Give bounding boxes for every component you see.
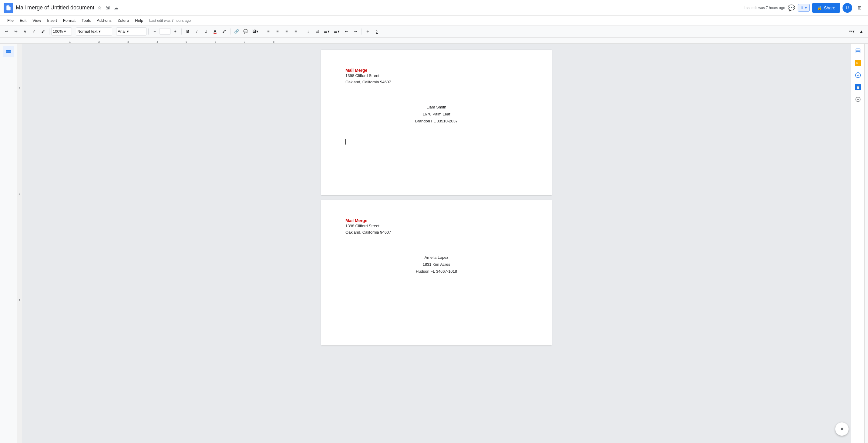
right-sidebar: K 📋 [851, 44, 864, 443]
page-number-2: 2 [19, 192, 20, 195]
svg-text:📋: 📋 [856, 86, 860, 90]
rs-settings-button[interactable] [853, 46, 863, 56]
separator1 [49, 29, 50, 35]
menu-addons[interactable]: Add-ons [94, 17, 114, 24]
bullet-list-button[interactable]: ☰▾ [322, 27, 332, 36]
history-button[interactable]: ⬆ ▾ [798, 4, 810, 11]
text-color-button[interactable]: A [211, 27, 219, 36]
checklist-button[interactable]: ☑ [313, 27, 321, 36]
rs-add-button[interactable] [853, 95, 863, 104]
sender-addr1-1: 1398 Clifford Street [345, 73, 527, 79]
align-center-button[interactable]: ≡ [273, 27, 282, 36]
scrollbar-area[interactable] [864, 44, 868, 443]
recipient-addr2-1: Brandon FL 33510-2037 [345, 117, 527, 125]
print-button[interactable]: 🖨 [21, 27, 29, 36]
zoom-select[interactable]: 100% ▾ [51, 27, 72, 36]
last-edit-text: Last edit was 7 hours ago [149, 19, 191, 23]
font-select[interactable]: Arial ▾ [116, 27, 147, 36]
menu-format[interactable]: Format [61, 17, 78, 24]
redo-button[interactable]: ↪ [11, 27, 20, 36]
decrease-font-size-button[interactable]: − [150, 27, 159, 36]
align-left-button[interactable]: ≡ [264, 27, 273, 36]
bold-button[interactable]: B [184, 27, 192, 36]
recipient-block-2: Amelia Lopez 1831 Kim Acres Hudson FL 34… [345, 254, 527, 275]
main-layout: 1 2 3 Mail Merge 1398 Clifford Street Oa… [0, 44, 868, 443]
chevron-down-icon: ▾ [64, 29, 66, 34]
topbar: Mail merge of Untitled document ☆ 🖫 ☁ La… [0, 0, 868, 16]
menu-file[interactable]: File [5, 17, 16, 24]
menu-view[interactable]: View [30, 17, 43, 24]
indent-increase-button[interactable]: ⇥ [351, 27, 360, 36]
star-icon[interactable]: ☆ [97, 4, 102, 11]
comment-button[interactable]: 💬 [787, 4, 795, 11]
ordered-list-button[interactable]: ☰▾ [332, 27, 341, 36]
recipient-addr2-2: Hudson FL 34667-1018 [345, 268, 527, 275]
apps-icon[interactable]: ⊞ [855, 3, 864, 13]
share-button[interactable]: 🔒 Share [812, 3, 840, 13]
spell-check-button[interactable]: ✓ [30, 27, 38, 36]
paragraph-style-select[interactable]: Normal text ▾ [76, 27, 112, 36]
link-button[interactable]: 🔗 [232, 27, 241, 36]
menu-tools[interactable]: Tools [79, 17, 93, 24]
recipient-block-1: Liam Smith 1678 Palm Leaf Brandon FL 335… [345, 104, 527, 125]
increase-font-size-button[interactable]: + [171, 27, 180, 36]
outline-button[interactable] [3, 46, 14, 57]
svg-point-5 [855, 73, 860, 78]
equation-button[interactable]: ∑ [373, 27, 381, 36]
toolbar: ↩ ↪ 🖨 ✓ 🖌 100% ▾ Normal text ▾ Arial ▾ −… [0, 26, 868, 38]
chevron-down-icon: ▾ [805, 5, 807, 10]
rs-keep-button[interactable]: K [853, 58, 863, 68]
line-spacing-button[interactable]: ↕ [304, 27, 312, 36]
sender-block-2: Mail Merge 1398 Clifford Street Oakland,… [345, 218, 527, 236]
cloud-icon[interactable]: ☁ [113, 4, 119, 11]
sender-name-1: Mail Merge [345, 68, 527, 73]
left-sidebar [0, 44, 17, 443]
comment-insert-button[interactable]: 💬 [241, 27, 250, 36]
history-icon: ⬆ [800, 5, 804, 10]
undo-button[interactable]: ↩ [2, 27, 11, 36]
separator7 [262, 29, 262, 35]
align-right-button[interactable]: ≡ [282, 27, 291, 36]
menu-help[interactable]: Help [132, 17, 146, 24]
page-numbers: 1 2 3 [17, 44, 22, 443]
sender-block-1: Mail Merge 1398 Clifford Street Oakland,… [345, 68, 527, 86]
underline-button[interactable]: U [202, 27, 210, 36]
svg-rect-0 [856, 49, 860, 53]
rs-contacts-button[interactable]: 📋 [853, 82, 863, 92]
doc-title[interactable]: Mail merge of Untitled document [16, 5, 94, 11]
paint-format-button[interactable]: 🖌 [39, 27, 47, 36]
image-insert-button[interactable]: 🖼▾ [250, 27, 260, 36]
doc-area[interactable]: Mail Merge 1398 Clifford Street Oakland,… [22, 44, 851, 443]
chevron-down-icon: ▾ [256, 29, 258, 34]
edit-pen-button[interactable]: ✏▾ [847, 27, 857, 36]
rs-tasks-button[interactable] [853, 70, 863, 80]
collapse-toolbar-button[interactable]: ▲ [857, 27, 866, 36]
menu-insert[interactable]: Insert [44, 17, 59, 24]
sender-addr1-2: 1398 Clifford Street [345, 223, 527, 229]
lock-icon: 🔒 [817, 5, 822, 10]
menubar: File Edit View Insert Format Tools Add-o… [0, 16, 868, 26]
indent-decrease-button[interactable]: ⇤ [342, 27, 350, 36]
user-avatar[interactable]: U [842, 3, 852, 13]
font-size-input[interactable]: 11 [159, 28, 170, 35]
right-tools: 💬 ⬆ ▾ 🔒 Share U ⊞ [787, 3, 864, 13]
italic-button[interactable]: I [193, 27, 201, 36]
ruler: 1 2 3 4 5 6 7 8 [0, 38, 868, 44]
doc-icon [4, 3, 13, 13]
chevron-down-icon: ▾ [99, 29, 101, 34]
last-edit-text: Last edit was 7 hours ago [744, 6, 785, 10]
chevron-down-icon: ▾ [127, 29, 129, 34]
title-area: Mail merge of Untitled document ☆ 🖫 ☁ [16, 4, 739, 11]
separator9 [362, 29, 362, 35]
menu-edit[interactable]: Edit [17, 17, 29, 24]
highlight-button[interactable]: 🖍 [220, 27, 228, 36]
clear-format-button[interactable]: T̶ [364, 27, 372, 36]
save-to-drive-icon[interactable]: 🖫 [105, 5, 111, 11]
align-justify-button[interactable]: ≡ [291, 27, 300, 36]
separator4 [148, 29, 149, 35]
recipient-name-1: Liam Smith [345, 104, 527, 111]
recipient-addr1-2: 1831 Kim Acres [345, 261, 527, 268]
bottom-fab-button[interactable]: ✦ [835, 422, 848, 436]
chevron-down-icon: ▾ [328, 29, 330, 34]
menu-zotero[interactable]: Zotero [115, 17, 132, 24]
